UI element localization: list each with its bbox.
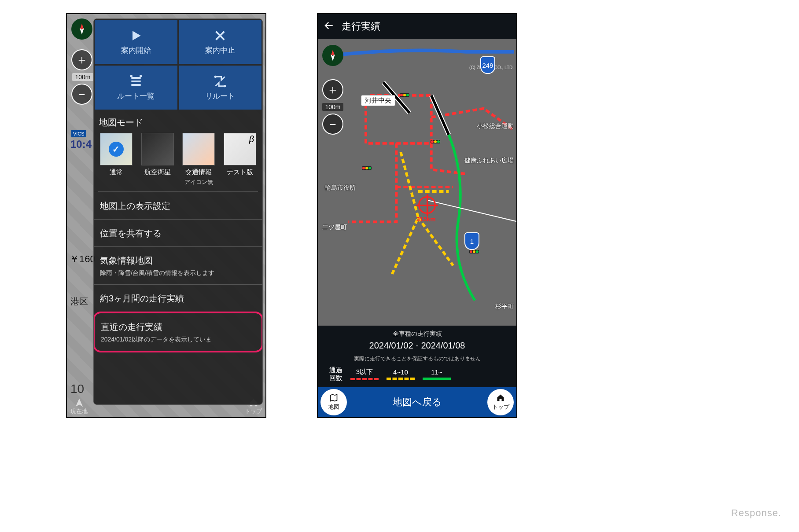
- mapmode-thumb: [224, 133, 256, 165]
- compass-button[interactable]: [322, 45, 343, 66]
- legend-item-4-10: 4~10: [387, 368, 415, 380]
- scale-label: 100m: [72, 73, 93, 81]
- svg-point-5: [224, 85, 226, 87]
- info-date-range: 2024/01/02 - 2024/01/08: [369, 341, 465, 351]
- phone-right: 走行実績 (C) ZENRIN CO., LTD. 河井中央 小松総合運動 健康…: [317, 13, 517, 418]
- area-chip-kawai: 河井中央: [361, 95, 395, 106]
- compass-icon: [326, 49, 339, 62]
- cancel-guidance-tile[interactable]: 案内中止: [179, 20, 262, 64]
- poi-cityhall: 輪島市役所: [325, 184, 356, 192]
- price-label: ￥160: [70, 253, 96, 266]
- svg-point-4: [214, 75, 217, 77]
- legend-label: 通過 回数: [329, 366, 342, 382]
- info-all-vehicles: 全車種の走行実績: [393, 330, 442, 338]
- back-button[interactable]: [323, 20, 335, 33]
- traffic-light-icon: [469, 250, 479, 253]
- back-to-map-button[interactable]: 地図へ戻る: [393, 396, 442, 409]
- clock-label: 10: [70, 382, 84, 396]
- zoom-out-button[interactable]: －: [71, 84, 92, 105]
- current-position-marker: [418, 196, 436, 214]
- legend-row: 通過 回数 3以下 4~10 11~: [321, 366, 513, 382]
- legend-line-yellow: [387, 378, 415, 380]
- info-disclaimer: 実際に走行できることを保証するものではありません: [354, 355, 481, 363]
- mapmode-row: 通常 航空衛星 交通情報 アイコン無 テスト版: [94, 133, 262, 186]
- area-label: 港区: [70, 296, 88, 308]
- route-shield-249: 249: [480, 56, 495, 74]
- route-list-tile[interactable]: ルート一覧: [95, 66, 177, 110]
- svg-point-2: [130, 75, 132, 77]
- check-icon: [109, 142, 124, 157]
- close-icon: [213, 29, 227, 43]
- vics-time: 10:4: [70, 138, 92, 150]
- mapmode-satellite[interactable]: 航空衛星: [138, 133, 177, 186]
- reroute-icon: [213, 74, 227, 88]
- mapmode-section-title: 地図モード: [94, 110, 262, 133]
- scale-label: 100m: [322, 103, 343, 111]
- vics-badge: VICS: [71, 130, 86, 137]
- svg-marker-7: [331, 55, 335, 61]
- compass-button[interactable]: [71, 18, 92, 40]
- titlebar: 走行実績: [318, 14, 516, 39]
- bottom-bar: 地図 地図へ戻る トップ: [318, 387, 516, 417]
- location-icon: [74, 398, 84, 407]
- legend-line-red: [350, 378, 379, 380]
- menu-recent-history[interactable]: 直近の走行実績 2024/01/02以降のデータを表示していま: [93, 312, 263, 352]
- svg-marker-1: [80, 28, 84, 35]
- menu-three-month-history[interactable]: 約3ヶ月間の走行実績: [94, 284, 262, 312]
- top-button[interactable]: トップ: [487, 389, 514, 415]
- list-icon: [129, 74, 143, 88]
- mapmode-thumb: [100, 133, 133, 165]
- mapmode-beta[interactable]: テスト版: [220, 133, 260, 186]
- map-menu-panel: 案内開始 案内中止 ルート一覧 リルート 地図モード 通常: [93, 18, 263, 405]
- start-guidance-tile[interactable]: 案内開始: [95, 20, 177, 64]
- map-button[interactable]: 地図: [320, 389, 347, 415]
- info-panel: 全車種の走行実績 2024/01/02 - 2024/01/08 実際に走行でき…: [318, 326, 516, 387]
- legend-item-11: 11~: [423, 368, 451, 380]
- map-area[interactable]: (C) ZENRIN CO., LTD. 河井中央 小松総合運動 健康ふれあい広…: [318, 39, 516, 326]
- poi-kenko: 健康ふれあい広場: [464, 157, 514, 165]
- home-icon: [496, 393, 505, 402]
- menu-share-location[interactable]: 位置を共有する: [94, 219, 262, 246]
- watermark: Response.: [731, 507, 781, 519]
- zoom-controls: ＋ 100m －: [71, 49, 93, 105]
- current-km-label: 315km: [416, 216, 436, 223]
- menu-display-settings[interactable]: 地図上の表示設定: [94, 192, 262, 219]
- poi-komatsu: 小松総合運動: [477, 122, 514, 130]
- phone-left: ＋ 100m － VICS 10:4 ￥160 港区 10 現在地 トップ 案内…: [66, 13, 266, 418]
- mapmode-normal[interactable]: 通常: [96, 133, 136, 186]
- reroute-tile[interactable]: リルート: [179, 66, 262, 110]
- map-icon: [329, 393, 338, 402]
- traffic-light-icon: [431, 140, 440, 143]
- zoom-controls: ＋ 100m －: [322, 79, 343, 135]
- zoom-in-button[interactable]: ＋: [71, 49, 92, 70]
- current-location-button[interactable]: 現在地: [70, 398, 88, 415]
- legend-line-green: [423, 378, 451, 380]
- route-overlay: [318, 39, 516, 318]
- compass-icon: [75, 22, 88, 36]
- play-icon: [129, 29, 143, 43]
- svg-point-3: [140, 75, 142, 77]
- poi-sugihira: 杉平町: [495, 303, 514, 311]
- poi-futatsu: 二ツ屋町: [322, 224, 347, 231]
- mapmode-thumb: [182, 133, 215, 165]
- traffic-light-icon: [362, 166, 372, 170]
- traffic-light-icon: [400, 93, 409, 97]
- legend-item-3: 3以下: [350, 368, 379, 380]
- zoom-out-button[interactable]: －: [322, 114, 343, 135]
- mapmode-thumb: [141, 133, 174, 165]
- arrow-left-icon: [323, 20, 335, 31]
- menu-weather[interactable]: 気象情報地図 降雨・降雪/台風/積雪の情報を表示します: [94, 246, 262, 284]
- mapmode-traffic[interactable]: 交通情報 アイコン無: [179, 133, 219, 186]
- zoom-in-button[interactable]: ＋: [322, 79, 343, 100]
- route-shield-1: 1: [464, 232, 479, 250]
- page-title: 走行実績: [342, 20, 380, 33]
